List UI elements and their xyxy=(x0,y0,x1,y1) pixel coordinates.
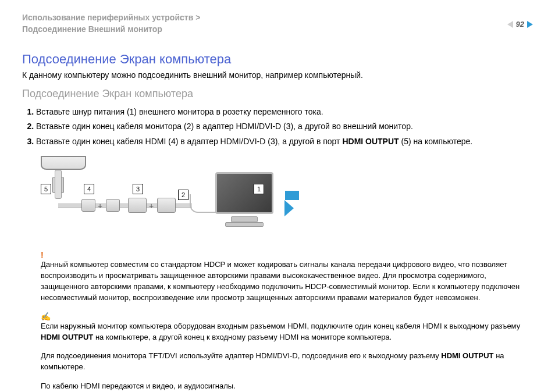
warning-text: Данный компьютер совместим со стандартом… xyxy=(41,259,533,303)
note3-text: По кабелю HDMI передаются и видео, и ауд… xyxy=(41,381,533,392)
step-2: Вставьте один конец кабеля монитора (2) … xyxy=(36,119,533,134)
breadcrumb-line2: Подсоединение Внешний монитор xyxy=(22,24,162,34)
page-header: Использование периферийных устройств > П… xyxy=(22,12,533,35)
diagram-label-2: 2 xyxy=(178,190,188,200)
step-3-pre: Вставьте один конец кабеля HDMI (4) в ад… xyxy=(36,137,342,146)
breadcrumb-line1: Использование периферийных устройств > xyxy=(22,13,200,22)
cable-vertical-icon xyxy=(55,170,62,199)
note2-bold: HDMI OUTPUT xyxy=(441,351,493,360)
note-icon: ✍ xyxy=(41,312,533,321)
breadcrumb: Использование периферийных устройств > П… xyxy=(22,12,200,35)
arrow-right-icon xyxy=(285,190,299,216)
next-page-arrow-icon[interactable] xyxy=(527,21,533,28)
diagram-label-5: 5 xyxy=(41,184,51,194)
prev-page-arrow-icon[interactable] xyxy=(507,21,513,28)
intro-text: К данному компьютеру можно подсоединить … xyxy=(22,70,533,80)
diagram-label-4: 4 xyxy=(84,184,94,194)
diagram-label-3: 3 xyxy=(133,184,143,194)
diagram-label-1: 1 xyxy=(254,184,264,194)
monitor-icon xyxy=(215,172,273,227)
step-3-post: (5) на компьютере. xyxy=(399,137,473,146)
note1-mid: на компьютере, а другой конец к входному… xyxy=(93,333,392,341)
connector-2-icon xyxy=(157,198,176,213)
page-number: 92 xyxy=(516,20,524,28)
connector-4b-icon xyxy=(106,199,120,212)
note2-text: Для подсоединения монитора TFT/DVI испол… xyxy=(41,351,533,373)
step-1: Вставьте шнур питания (1) внешнего монит… xyxy=(36,105,533,120)
notes-block: ! Данный компьютер совместим со стандарт… xyxy=(41,250,533,392)
step-3: Вставьте один конец кабеля HDMI (4) в ад… xyxy=(36,134,533,149)
note1-pre: Если наружный монитор компьютера оборудо… xyxy=(41,322,520,330)
plus-icon: + xyxy=(98,201,102,211)
section-subtitle: Подсоединение Экран компьютера xyxy=(22,88,533,100)
steps-list: Вставьте шнур питания (1) внешнего монит… xyxy=(22,105,533,149)
connection-diagram: + + 5 4 3 2 1 xyxy=(41,156,297,237)
hdmi-output-port-icon xyxy=(41,156,86,170)
note1-bold: HDMI OUTPUT xyxy=(41,333,93,341)
warning-icon: ! xyxy=(41,250,533,259)
step-3-bold: HDMI OUTPUT xyxy=(342,137,399,146)
plus-icon-2: + xyxy=(149,201,154,211)
page-title: Подсоединение Экран компьютера xyxy=(22,52,533,67)
pager: 92 xyxy=(507,20,533,28)
note1-text: Если наружный монитор компьютера оборудо… xyxy=(41,321,533,343)
document-page: Использование периферийных устройств > П… xyxy=(0,0,555,392)
connector-4-icon xyxy=(81,199,95,212)
note2-pre: Для подсоединения монитора TFT/DVI испол… xyxy=(41,351,441,360)
adapter-3-icon xyxy=(128,198,147,213)
